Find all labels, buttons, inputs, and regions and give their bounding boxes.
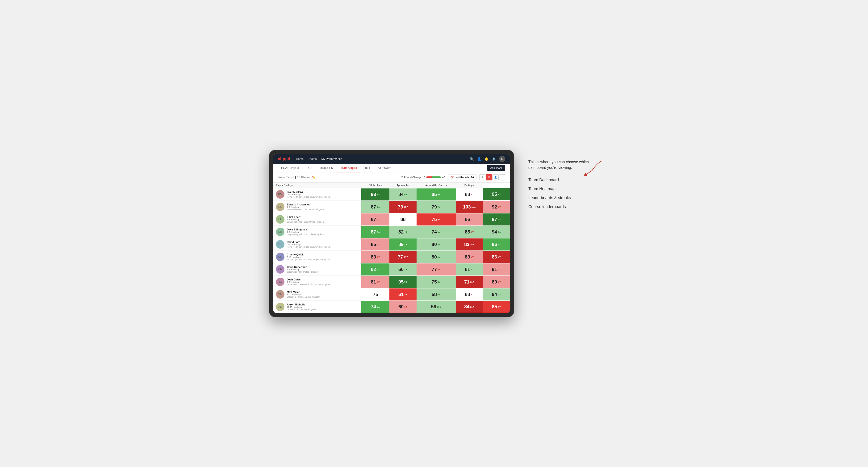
score-box: 97 5▲ <box>483 214 510 225</box>
score-change: 3▲ <box>377 268 380 271</box>
profile-icon[interactable]: 👤 <box>477 157 481 161</box>
table-row[interactable]: JC Josh Coles 1-5 Handicap Royal North D… <box>273 276 510 288</box>
player-cell[interactable]: AN Aaron Nicholls 11-15 Handicap Drift G… <box>273 301 361 313</box>
avatar[interactable]: U <box>499 156 505 162</box>
score-cell: 74 8▲ <box>361 301 390 313</box>
table-row[interactable]: AN Aaron Nicholls 11-15 Handicap Drift G… <box>273 301 510 313</box>
col-header-player[interactable]: Player Quality ▾ <box>273 183 361 188</box>
tab-team-clippd[interactable]: Team Clippd <box>337 164 361 173</box>
score-box: 85 8▲ <box>416 188 456 200</box>
player-club: Royal North Devon Golf Club, United King… <box>287 246 331 248</box>
table-row[interactable]: BM Blair McHarg Plus Handicap Royal Nort… <box>273 188 510 201</box>
tab-pgat[interactable]: PGAT Players <box>278 164 302 173</box>
bell-icon[interactable]: 🔔 <box>485 157 489 161</box>
player-cell[interactable]: JC Josh Coles 1-5 Handicap Royal North D… <box>273 276 361 288</box>
score-cell: 83 6▼ <box>456 251 483 263</box>
change-bar <box>427 177 441 178</box>
player-cell[interactable]: CR Chris Robertson 1-5 Handicap Craigmil… <box>273 263 361 276</box>
change-red <box>427 177 432 178</box>
player-cell[interactable]: MM Matt Miller 6-10 Handicap Woburn Golf… <box>273 288 361 301</box>
view-icons: ⊞ ⊟ 👤 ↓ <box>479 174 505 181</box>
view-export-button[interactable]: ↓ <box>499 174 505 181</box>
player-avatar: EC <box>276 203 284 211</box>
player-cell[interactable]: DF David Ford Plus Handicap Royal North … <box>273 238 361 251</box>
tab-hcaps[interactable]: Hcaps 1-5 <box>316 164 336 173</box>
score-cell: 60 2▲ <box>390 263 416 276</box>
player-avatar: DB <box>276 228 284 236</box>
table-row[interactable]: CR Chris Robertson 1-5 Handicap Craigmil… <box>273 263 510 276</box>
nav-home[interactable]: Home <box>296 156 304 161</box>
score-box: 86 6▼ <box>456 214 483 225</box>
table-row[interactable]: CQ Charlie Quick 6-10 Handicap St. Georg… <box>273 251 510 263</box>
player-details: Josh Coles 1-5 Handicap Royal North Devo… <box>287 278 331 286</box>
table-row[interactable]: DF David Ford Plus Handicap Royal North … <box>273 238 510 251</box>
score-change: 10▼ <box>470 243 474 246</box>
score-change: 11▼ <box>404 206 408 208</box>
col-header-off-tee[interactable]: Off the Tee ▾ <box>361 183 390 188</box>
calendar-icon: 📅 <box>451 176 454 179</box>
table-row[interactable]: MM Matt Miller 6-10 Handicap Woburn Golf… <box>273 288 510 301</box>
score-change: 6▼ <box>471 256 474 258</box>
player-info: CR Chris Robertson 1-5 Handicap Craigmil… <box>273 263 361 276</box>
player-cell[interactable]: BM Blair McHarg Plus Handicap Royal Nort… <box>273 188 361 201</box>
score-value: 80 <box>432 254 437 260</box>
settings-icon[interactable]: ⚙️ <box>492 157 496 161</box>
tab-all-players[interactable]: All Players <box>374 164 394 173</box>
annotation-list: Team Dashboard Team Heatmap Leaderboards… <box>528 178 599 209</box>
score-change: 1▲ <box>437 256 441 258</box>
col-header-around-green[interactable]: Around the Green ▾ <box>416 183 456 188</box>
logo: clippd <box>278 157 290 161</box>
table-row[interactable]: EE Elliot Ebert 1-5 Handicap Sunningdale… <box>273 213 510 226</box>
add-team-button[interactable]: Add Team <box>487 165 505 171</box>
score-box: 60 1▼ <box>390 301 416 313</box>
nav-my-performance[interactable]: My Performance <box>321 156 342 161</box>
player-details: Elliot Ebert 1-5 Handicap Sunningdale Go… <box>287 216 324 223</box>
score-value: 73 <box>398 204 403 210</box>
col-header-putting[interactable]: Putting ▾ <box>456 183 483 188</box>
table-row[interactable]: EC Edward Crossman 1-5 Handicap Sunningd… <box>273 201 510 213</box>
annotation-team-heatmap: Team Heatmap <box>528 187 599 191</box>
player-table: Player Quality ▾ Off the Tee ▾ Approach … <box>273 183 510 313</box>
score-box: 85 3▼ <box>456 226 483 238</box>
last-rounds-button[interactable]: 📅 Last Rounds: 20 <box>448 175 476 180</box>
col-header-approach[interactable]: Approach ▾ <box>390 183 416 188</box>
score-change: 2▼ <box>498 281 501 283</box>
score-cell: 85 8▲ <box>416 188 456 201</box>
sub-header: Team Clippd | 14 Players ✏️ 20 Round Cha… <box>273 173 510 183</box>
tab-pga[interactable]: PGA <box>303 164 316 173</box>
score-value: 94 <box>492 292 497 297</box>
score-box: 80 3▲ <box>416 239 456 250</box>
player-info: JC Josh Coles 1-5 Handicap Royal North D… <box>273 276 361 288</box>
view-chart-button[interactable]: 👤 <box>493 174 499 181</box>
view-grid-button[interactable]: ⊟ <box>486 174 492 181</box>
score-box: 94 1▲ <box>483 226 510 238</box>
player-cell[interactable]: EE Elliot Ebert 1-5 Handicap Sunningdale… <box>273 213 361 226</box>
score-cell: 75 <box>361 288 390 301</box>
player-info: DB Dave Billingham 1-5 Handicap Gog Mago… <box>273 226 361 238</box>
score-cell: 75 3▼ <box>416 213 456 226</box>
score-value: 58 <box>431 304 436 309</box>
tab-tour[interactable]: Tour <box>361 164 373 173</box>
score-change: 3▲ <box>498 293 501 295</box>
page-wrapper: clippd Home Teams My Performance 🔍 👤 🔔 ⚙… <box>269 150 599 317</box>
player-cell[interactable]: DB Dave Billingham 1-5 Handicap Gog Mago… <box>273 226 361 238</box>
player-handicap: 1-5 Handicap <box>287 218 324 221</box>
score-value: 85 <box>432 192 437 197</box>
score-change: 2▼ <box>471 293 474 295</box>
nav-teams[interactable]: Teams <box>308 156 316 161</box>
player-name: David Ford <box>287 241 331 243</box>
player-details: David Ford Plus Handicap Royal North Dev… <box>287 241 331 248</box>
score-cell: 82 4▲ <box>390 226 416 238</box>
view-list-button[interactable]: ⊞ <box>479 174 486 181</box>
player-cell[interactable]: EC Edward Crossman 1-5 Handicap Sunningd… <box>273 201 361 213</box>
player-cell[interactable]: CQ Charlie Quick 6-10 Handicap St. Georg… <box>273 251 361 263</box>
table-row[interactable]: DB Dave Billingham 1-5 Handicap Gog Mago… <box>273 226 510 238</box>
edit-icon[interactable]: ✏️ <box>312 176 316 179</box>
score-box: 81 4▲ <box>456 263 483 276</box>
score-value: 79 <box>432 204 437 210</box>
search-icon[interactable]: 🔍 <box>470 157 474 161</box>
score-box: 89 2▼ <box>483 276 510 288</box>
score-cell: 79 9▲ <box>416 201 456 213</box>
score-value: 83 <box>371 254 376 260</box>
score-cell: 88 2▼ <box>456 288 483 301</box>
